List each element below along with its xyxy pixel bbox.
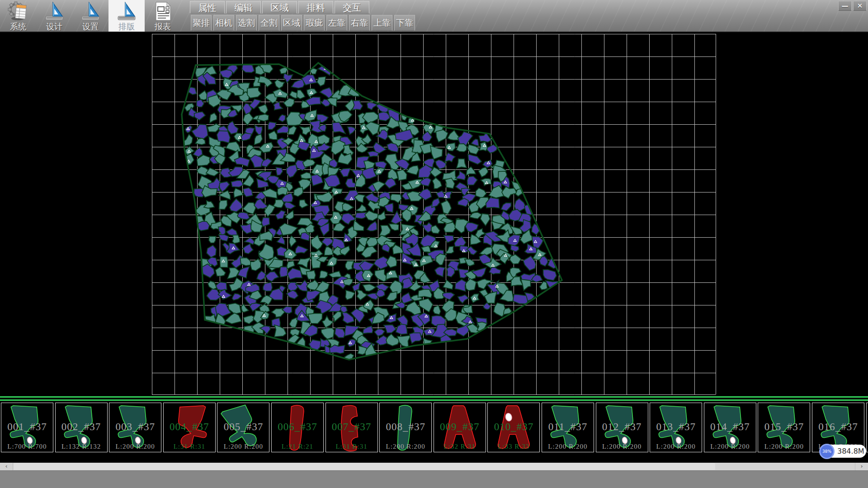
tool-button-2[interactable]: 相机 [213,15,234,31]
piece-shape [109,403,161,452]
piece-shape [326,403,377,452]
scroll-left-button[interactable]: ‹ [0,463,13,470]
tool-buttons: 聚排相机选割全割区域瑕疵左靠右靠上靠下靠 [191,15,415,31]
menu-tab-3[interactable]: 区域 [262,1,297,14]
nesting-canvas[interactable] [0,33,868,396]
tool-button-8[interactable]: 右靠 [349,15,370,31]
set-square-icon [44,1,65,21]
menu-tab-5[interactable]: 交互 [335,1,369,14]
main-button-5[interactable]: 报表 [145,0,181,32]
piece-shape [272,403,323,452]
nesting-canvas-area[interactable] [0,33,868,396]
toolbar: 系统 设计 设置 排版 报表 属性编辑区域排料交互 聚排相机选割全割区域瑕疵左靠… [0,0,868,33]
piece-shape [758,403,810,452]
close-button[interactable]: ✕ [853,1,867,11]
tool-button-9[interactable]: 上靠 [372,15,392,31]
memory-percent: 38% [819,444,835,459]
piece-shape [704,403,756,452]
piece-thumbnail-012_#37[interactable]: 012_#37 L:200 R:200 [596,403,648,452]
piece-thumbnail-010_#37[interactable]: 010_#37 L:33 R:33 [487,403,540,452]
tool-button-5[interactable]: 区域 [281,15,302,31]
main-button-label: 系统 [10,22,26,32]
memory-badge: 38% 384.8M [819,444,867,459]
report-doc-icon [152,1,173,21]
separator-line [0,396,868,398]
tool-button-4[interactable]: 全割 [259,15,279,31]
scroll-right-button[interactable]: › [855,463,868,470]
minimize-button[interactable]: — [838,1,852,11]
piece-shape [217,403,269,452]
piece-shape [434,403,486,452]
tool-button-1[interactable]: 聚排 [191,15,212,31]
piece-thumbnail-005_#37[interactable]: 005_#37 L:200 R:200 [217,403,269,452]
piece-shape [488,403,539,452]
menu-tabs: 属性编辑区域排料交互 [190,1,369,14]
memory-value: 384.8M [837,445,864,458]
piece-thumbnail-006_#37[interactable]: 006_#37 L:21 R:21 [271,403,324,452]
tool-button-6[interactable]: 瑕疵 [304,15,325,31]
piece-shape [650,403,702,452]
piece-shape [542,403,594,452]
strip-separator [0,396,868,401]
horizontal-scrollbar[interactable]: ‹ › [0,463,868,470]
piece-thumbnail-002_#37[interactable]: 002_#37 L:132 R:132 [55,403,108,452]
piece-shape [596,403,648,452]
tool-button-7[interactable]: 左靠 [326,15,347,31]
piece-shape [56,403,107,452]
tool-button-10[interactable]: 下靠 [394,15,415,31]
piece-thumbnail-009_#37[interactable]: 009_#37 L:32 R:31 [434,403,486,452]
piece-thumbnail-014_#37[interactable]: 014_#37 L:200 R:200 [704,403,756,452]
main-toolbar: 系统 设计 设置 排版 报表 [0,0,181,32]
main-button-3[interactable]: 设置 [72,0,108,32]
piece-thumbnail-001_#37[interactable]: 001_#37 L:700 R:700 [1,403,53,452]
tool-button-3[interactable]: 选割 [236,15,257,31]
menu-tab-2[interactable]: 编辑 [226,1,261,14]
piece-shape [380,403,431,452]
main-button-label: 设计 [46,22,62,32]
set-square-icon [116,1,137,21]
piece-thumbnail-strip: 001_#37 L:700 R:700 002_#37 L:132 R:132 … [0,401,868,454]
main-button-4[interactable]: 排版 [108,0,145,32]
piece-thumbnail-008_#37[interactable]: 008_#37 L:200 R:200 [379,403,432,452]
main-button-label: 排版 [118,22,135,32]
set-square-icon [80,1,101,21]
piece-thumbnail-004_#37[interactable]: 004_#37 L:31 R:31 [163,403,216,452]
piece-thumbnail-007_#37[interactable]: 007_#37 L:31 R:31 [326,403,378,452]
piece-thumbnail-003_#37[interactable]: 003_#37 L:200 R:200 [109,403,161,452]
menu-tab-1[interactable]: 属性 [190,1,225,14]
piece-thumbnail-013_#37[interactable]: 013_#37 L:200 R:200 [650,403,702,452]
main-button-2[interactable]: 设计 [36,0,72,32]
piece-shape [164,403,215,452]
piece-thumbnail-015_#37[interactable]: 015_#37 L:200 R:200 [758,403,810,452]
main-button-label: 报表 [155,22,171,32]
status-bar [0,470,868,488]
menu-tab-4[interactable]: 排料 [298,1,333,14]
system-gear-icon [8,1,28,21]
scrollbar-thumb[interactable] [14,463,715,470]
main-button-1[interactable]: 系统 [0,0,36,32]
piece-thumbnail-011_#37[interactable]: 011_#37 L:200 R:200 [542,403,594,452]
main-button-label: 设置 [82,22,99,32]
window-controls: — ✕ [838,1,867,11]
piece-shape [1,403,53,452]
app-window: 系统 设计 设置 排版 报表 属性编辑区域排料交互 聚排相机选割全割区域瑕疵左靠… [0,0,868,488]
